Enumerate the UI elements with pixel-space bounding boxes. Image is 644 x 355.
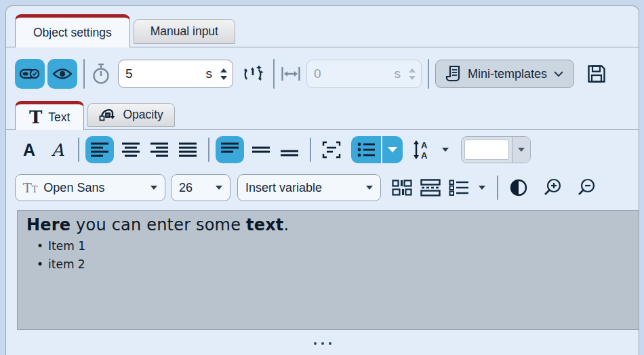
list-squares-icon xyxy=(449,180,469,196)
chevron-down-icon xyxy=(216,186,222,190)
align-center-icon xyxy=(121,142,140,158)
editor-bullet-1: • Item 1 xyxy=(37,239,630,253)
svg-text:A: A xyxy=(421,150,428,160)
chevron-down-icon xyxy=(388,147,397,152)
save-icon xyxy=(586,64,607,84)
insert-variable-combo[interactable]: Insert variable xyxy=(237,174,381,201)
zoom-out-icon xyxy=(577,178,596,197)
line-spacing-button[interactable]: A A xyxy=(408,136,437,163)
separator xyxy=(208,138,209,162)
duration-unit-label: s xyxy=(206,66,213,81)
tab-manual-input[interactable]: Manual input xyxy=(134,19,235,44)
save-template-button[interactable] xyxy=(582,60,611,87)
chevron-down-icon xyxy=(366,186,373,190)
font-toolbar: TT Open Sans 26 Insert variable xyxy=(6,169,639,206)
align-left-button[interactable] xyxy=(85,136,114,163)
list-style-dropdown-button[interactable] xyxy=(473,174,491,201)
toggle-on-icon xyxy=(19,66,41,81)
align-right-button[interactable] xyxy=(145,136,174,163)
eye-icon xyxy=(52,67,73,81)
duration-input-group: s xyxy=(118,60,233,88)
contrast-icon xyxy=(510,179,527,196)
duration-input[interactable] xyxy=(125,66,203,81)
main-tabbar: Object settings Manual input xyxy=(6,6,639,47)
row-split-icon xyxy=(420,179,441,196)
tab-opacity[interactable]: Opacity xyxy=(87,103,174,127)
tab-object-settings-label: Object settings xyxy=(33,26,112,40)
width-icon xyxy=(281,66,301,82)
line-spacing-icon: A A xyxy=(412,140,432,160)
align-justify-icon xyxy=(178,142,197,158)
splitter-handle[interactable] xyxy=(6,333,639,354)
valign-top-button[interactable] xyxy=(216,136,244,163)
valign-bottom-icon xyxy=(280,142,299,158)
bold-button[interactable]: A xyxy=(15,136,43,163)
color-swatch[interactable] xyxy=(464,140,509,160)
align-center-button[interactable] xyxy=(117,136,145,163)
object-settings-panel: Object settings Manual input xyxy=(5,5,639,355)
fit-text-icon xyxy=(322,141,341,159)
line-spacing-dropdown-button[interactable] xyxy=(437,136,454,163)
mini-templates-label: Mini-templates xyxy=(468,67,547,81)
list-style-button[interactable] xyxy=(445,174,473,201)
duration-spinner xyxy=(220,68,227,80)
gap-input-group: s xyxy=(306,60,422,88)
tab-text[interactable]: T Text xyxy=(15,101,84,130)
align-right-icon xyxy=(150,142,169,158)
valign-middle-button[interactable] xyxy=(247,136,275,163)
contrast-button[interactable] xyxy=(504,174,533,201)
chevron-down-icon xyxy=(479,186,485,190)
chevron-down-icon xyxy=(150,186,157,190)
tab-object-settings[interactable]: Object settings xyxy=(15,14,130,47)
tab-manual-input-label: Manual input xyxy=(150,24,218,39)
tab-text-label: Text xyxy=(48,110,70,125)
layout-blocks-button[interactable] xyxy=(388,174,416,201)
splitter-dot xyxy=(314,342,317,345)
mini-templates-dropdown[interactable]: Mini-templates xyxy=(435,60,574,88)
separator xyxy=(83,59,85,89)
enable-object-toggle-button[interactable] xyxy=(15,59,45,89)
gap-input xyxy=(314,66,392,81)
text-color-combo xyxy=(461,136,531,163)
zoom-in-button[interactable] xyxy=(538,174,567,201)
spin-up-button[interactable] xyxy=(220,68,227,72)
duration-toolbar: s xyxy=(6,47,639,100)
row-split-button[interactable] xyxy=(416,174,445,201)
font-icon: TT xyxy=(23,182,37,194)
color-dropdown-button[interactable] xyxy=(512,137,530,163)
bullet-list-dropdown-button[interactable] xyxy=(382,136,403,163)
stopwatch-icon xyxy=(91,63,111,85)
content-tabbar: T Text Opacity xyxy=(6,100,639,130)
bullet-list-icon xyxy=(357,142,376,158)
gap-unit-label: s xyxy=(395,66,401,81)
bold-icon: A xyxy=(23,140,35,160)
valign-bottom-button[interactable] xyxy=(275,136,304,163)
bullet-marker: • xyxy=(37,239,43,253)
visibility-button[interactable] xyxy=(47,59,77,89)
text-editor[interactable]: Here you can enter some text. • Item 1 •… xyxy=(17,210,639,330)
valign-middle-icon xyxy=(251,142,270,158)
template-icon xyxy=(445,65,462,83)
auto-duration-button[interactable] xyxy=(239,60,267,87)
bullet-text: item 2 xyxy=(48,257,85,271)
italic-icon: A xyxy=(52,140,64,160)
bullet-list-splitbutton xyxy=(351,136,403,163)
italic-button[interactable]: A xyxy=(43,136,72,163)
bullet-list-button[interactable] xyxy=(351,136,381,163)
font-size-combo[interactable]: 26 xyxy=(171,174,230,201)
editor-line-1: Here you can enter some text. xyxy=(26,215,630,234)
align-left-icon xyxy=(90,142,109,158)
valign-top-icon xyxy=(220,142,239,158)
insert-variable-label: Insert variable xyxy=(245,181,322,195)
zoom-out-button[interactable] xyxy=(572,174,601,201)
editor-bullet-2: • item 2 xyxy=(37,257,630,271)
spin-down-button[interactable] xyxy=(220,76,227,80)
gap-spinner xyxy=(409,68,416,80)
font-family-combo[interactable]: TT Open Sans xyxy=(15,174,165,201)
auto-duration-icon xyxy=(241,62,265,86)
format-toolbar: A A xyxy=(6,130,639,169)
separator xyxy=(78,138,79,162)
fit-text-button[interactable] xyxy=(317,136,346,163)
align-justify-button[interactable] xyxy=(174,136,202,163)
spin-up-button xyxy=(409,68,416,72)
